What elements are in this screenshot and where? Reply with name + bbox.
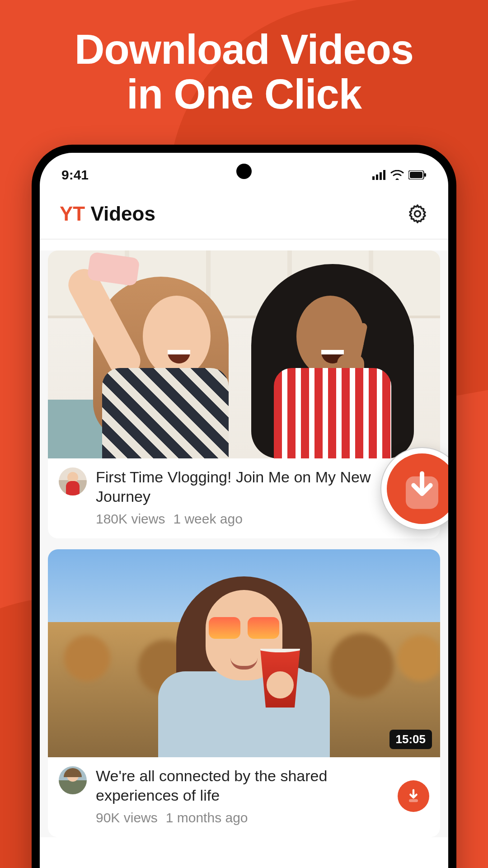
promo-headline: Download Videos in One Click [0,0,488,117]
status-icons [372,170,427,180]
phone-frame: 9:41 YT Videos [32,145,456,868]
app-header: YT Videos [40,189,448,240]
video-feed[interactable]: First Time Vlogging! Join Me on My New J… [40,250,448,837]
status-time: 9:41 [61,167,89,183]
headline-line-1: Download Videos [0,27,488,72]
video-stats: 90K views1 months ago [96,810,389,826]
svg-rect-6 [424,173,426,177]
headline-line-2: in One Click [0,72,488,117]
video-thumbnail[interactable]: 15:05 [48,549,440,757]
settings-button[interactable] [407,203,428,225]
svg-point-7 [415,211,421,217]
video-meta: We're all connected by the shared experi… [48,757,440,837]
video-thumbnail[interactable] [48,250,440,458]
video-age: 1 week ago [173,511,242,526]
video-age: 1 months ago [166,810,248,825]
svg-rect-3 [383,170,385,180]
svg-rect-0 [372,176,375,180]
cellular-icon [372,170,386,180]
svg-rect-5 [410,172,422,178]
download-button[interactable] [398,780,429,812]
download-icon [404,787,422,805]
svg-rect-2 [380,172,382,180]
channel-avatar[interactable] [59,766,87,794]
app-title: YT Videos [60,203,155,225]
video-stats: 180K views1 week ago [96,511,429,527]
brand-prefix: YT [60,203,85,225]
wifi-icon [390,170,404,180]
video-title: First Time Vlogging! Join Me on My New J… [96,467,429,506]
phone-screen: 9:41 YT Videos [40,153,448,868]
svg-rect-1 [376,175,378,180]
video-card[interactable]: First Time Vlogging! Join Me on My New J… [48,250,440,538]
brand-word: Videos [85,203,155,225]
video-duration-badge: 15:05 [389,730,432,749]
camera-notch [236,164,252,179]
views-count: 180K views [96,511,165,526]
promo-background: Download Videos in One Click 9:41 YT Vid… [0,0,488,868]
svg-rect-8 [409,799,418,802]
video-card[interactable]: 15:05 We're all connected by the shared … [48,549,440,837]
video-meta: First Time Vlogging! Join Me on My New J… [48,458,440,538]
battery-icon [408,170,427,179]
channel-avatar[interactable] [59,467,87,495]
video-title: We're all connected by the shared experi… [96,766,389,805]
views-count: 90K views [96,810,158,825]
